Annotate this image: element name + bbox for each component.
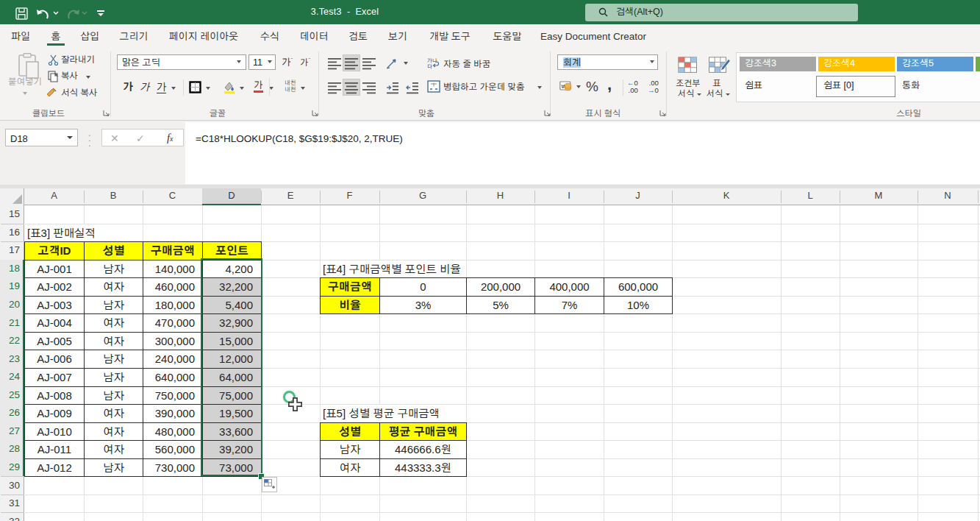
svg-text:가나: 가나 bbox=[427, 58, 437, 63]
svg-text:다: 다 bbox=[427, 64, 432, 69]
